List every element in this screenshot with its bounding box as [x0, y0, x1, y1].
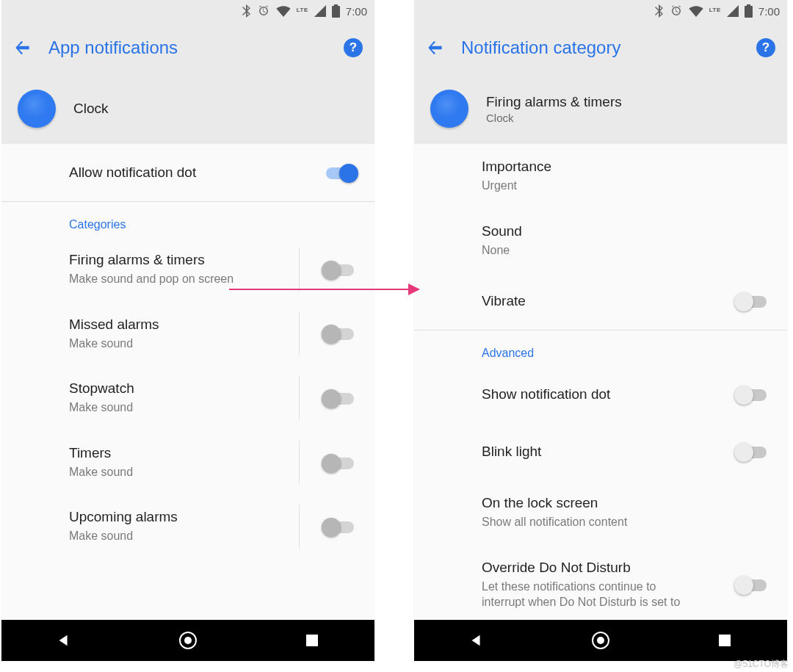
- toggle-category[interactable]: [323, 516, 357, 537]
- category-title: Stopwatch: [69, 380, 134, 397]
- status-bar: LTE 7:00: [1, 0, 374, 22]
- row-category-stopwatch[interactable]: Stopwatch Make sound: [1, 366, 374, 430]
- override-subtitle: Let these notifications continue to inte…: [482, 579, 702, 610]
- lte-label: LTE: [297, 7, 308, 13]
- row-sound[interactable]: Sound None: [414, 209, 787, 273]
- battery-icon: [745, 4, 753, 18]
- nav-back-button[interactable]: [51, 628, 76, 653]
- section-categories: Categories: [1, 202, 374, 237]
- category-subtitle: Make sound and pop on screen: [69, 271, 233, 287]
- status-clock: 7:00: [346, 5, 367, 18]
- alarm-icon: [257, 4, 270, 18]
- svg-rect-7: [449, 98, 455, 109]
- wifi-icon: [689, 5, 703, 17]
- sound-value: None: [482, 242, 522, 259]
- row-category-missed[interactable]: Missed alarms Make sound: [1, 302, 374, 366]
- nav-recents-button[interactable]: [300, 628, 325, 653]
- channel-app: Clock: [486, 112, 622, 124]
- toggle-show-dot[interactable]: [736, 384, 770, 405]
- toggle-override-dnd[interactable]: [736, 574, 770, 595]
- nav-bar: [414, 620, 787, 661]
- row-vibrate[interactable]: Vibrate: [414, 272, 787, 330]
- category-subtitle: Make sound: [69, 400, 134, 416]
- svg-rect-8: [449, 108, 457, 114]
- sound-label: Sound: [482, 223, 522, 239]
- clock-app-icon: [430, 90, 468, 128]
- phone-left: LTE 7:00 App notifications ? Clock Allow…: [1, 0, 374, 661]
- svg-rect-1: [36, 98, 43, 109]
- row-blink[interactable]: Blink light: [414, 423, 787, 480]
- svg-rect-5: [306, 635, 318, 646]
- alarm-icon: [670, 4, 683, 18]
- nav-recents-button[interactable]: [712, 628, 737, 653]
- category-subtitle: Make sound: [69, 464, 133, 480]
- bluetooth-icon: [242, 4, 251, 18]
- channel-title: Firing alarms & timers: [486, 94, 622, 110]
- svg-point-6: [447, 106, 452, 111]
- page-title: Notification category: [461, 37, 740, 58]
- toggle-vibrate[interactable]: [736, 291, 770, 311]
- channel-tile: Firing alarms & timers Clock: [414, 73, 787, 144]
- svg-rect-11: [719, 635, 731, 646]
- category-title: Missed alarms: [69, 317, 159, 333]
- svg-point-4: [184, 637, 192, 644]
- toggle-category[interactable]: [323, 452, 357, 473]
- app-bar: App notifications ?: [1, 22, 374, 73]
- status-clock: 7:00: [758, 5, 780, 18]
- signal-icon: [314, 5, 326, 17]
- back-button[interactable]: [13, 38, 32, 57]
- bluetooth-icon: [654, 4, 664, 18]
- svg-point-10: [597, 637, 604, 644]
- toggle-category[interactable]: [323, 259, 357, 280]
- help-button[interactable]: ?: [344, 38, 363, 57]
- nav-home-button[interactable]: [175, 628, 200, 653]
- category-title: Firing alarms & timers: [69, 252, 233, 268]
- row-category-timers[interactable]: Timers Make sound: [1, 430, 374, 495]
- category-title: Upcoming alarms: [69, 509, 178, 525]
- app-bar: Notification category ?: [414, 22, 787, 73]
- section-advanced: Advanced: [414, 330, 787, 366]
- nav-bar: [1, 620, 374, 661]
- nav-home-button[interactable]: [588, 628, 613, 653]
- battery-icon: [332, 4, 340, 18]
- lockscreen-value: Show all notification content: [482, 514, 627, 530]
- phone-right: LTE 7:00 Notification category ? Firing …: [414, 0, 787, 661]
- app-name: Clock: [73, 101, 109, 117]
- status-bar: LTE 7:00: [414, 0, 787, 22]
- show-dot-label: Show notification dot: [482, 386, 610, 402]
- page-title: App notifications: [48, 37, 327, 58]
- wifi-icon: [276, 5, 291, 17]
- category-subtitle: Make sound: [69, 528, 178, 544]
- nav-back-button[interactable]: [464, 628, 489, 653]
- lte-label: LTE: [709, 7, 721, 13]
- toggle-blink[interactable]: [736, 441, 770, 462]
- row-category-upcoming[interactable]: Upcoming alarms Make sound: [1, 494, 374, 559]
- category-title: Timers: [69, 445, 133, 461]
- help-button[interactable]: ?: [756, 38, 775, 57]
- toggle-allow-dot[interactable]: [323, 162, 357, 183]
- importance-label: Importance: [482, 159, 551, 175]
- watermark: @51CTO博客: [734, 658, 789, 671]
- signal-icon: [727, 5, 739, 17]
- toggle-category[interactable]: [323, 323, 357, 344]
- blink-label: Blink light: [482, 444, 541, 460]
- row-override-dnd[interactable]: Override Do Not Disturb Let these notifi…: [414, 545, 787, 625]
- row-category-firing[interactable]: Firing alarms & timers Make sound and po…: [1, 237, 374, 302]
- category-subtitle: Make sound: [69, 336, 159, 352]
- clock-app-icon: [18, 90, 56, 128]
- svg-rect-2: [37, 108, 45, 114]
- allow-dot-label: Allow notification dot: [69, 165, 196, 181]
- vibrate-label: Vibrate: [482, 293, 526, 309]
- svg-point-0: [35, 106, 39, 111]
- lockscreen-label: On the lock screen: [482, 495, 627, 511]
- row-show-dot[interactable]: Show notification dot: [414, 366, 787, 423]
- row-importance[interactable]: Importance Urgent: [414, 144, 787, 209]
- override-label: Override Do Not Disturb: [482, 560, 702, 576]
- row-lockscreen[interactable]: On the lock screen Show all notification…: [414, 480, 787, 545]
- toggle-category[interactable]: [323, 388, 357, 408]
- back-button[interactable]: [426, 38, 445, 57]
- row-allow-dot[interactable]: Allow notification dot: [1, 144, 374, 201]
- app-tile[interactable]: Clock: [1, 73, 374, 144]
- importance-value: Urgent: [482, 178, 551, 194]
